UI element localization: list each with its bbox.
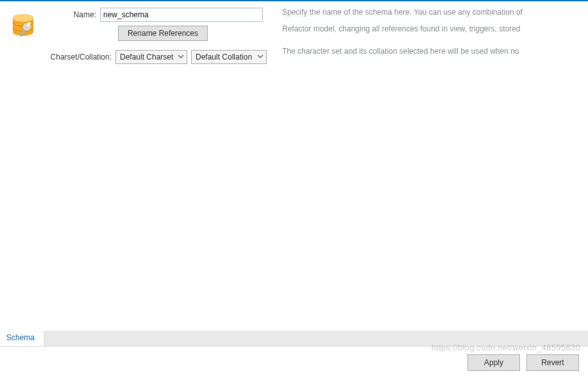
footer-bar: Apply Revert bbox=[0, 346, 588, 378]
chevron-down-icon bbox=[257, 53, 264, 62]
hint-charset: The character set and its collation sele… bbox=[282, 47, 574, 57]
hint-rename: Refactor model, changing all references … bbox=[282, 24, 574, 35]
charset-select-value: Default Charset bbox=[116, 51, 187, 62]
schema-editor-panel: Name: Rename References Charset/Collatio… bbox=[0, 1, 588, 314]
form-column: Name: Rename References Charset/Collatio… bbox=[45, 8, 273, 68]
name-row: Name: bbox=[45, 8, 273, 22]
name-label: Name: bbox=[45, 10, 100, 19]
schema-name-input[interactable] bbox=[100, 8, 263, 22]
rename-row: Rename References bbox=[45, 26, 273, 41]
rename-references-button[interactable]: Rename References bbox=[118, 26, 208, 41]
charset-select[interactable]: Default Charset bbox=[115, 50, 187, 64]
charset-collation-row: Charset/Collation: Default Charset Defau… bbox=[45, 50, 273, 64]
schema-icon bbox=[9, 10, 42, 44]
collation-select-value: Default Collation bbox=[192, 51, 266, 62]
tab-strip: Schema bbox=[0, 331, 588, 346]
svg-point-1 bbox=[13, 14, 33, 22]
chevron-down-icon bbox=[178, 53, 184, 62]
collation-select[interactable]: Default Collation bbox=[191, 50, 267, 64]
tab-schema[interactable]: Schema bbox=[0, 331, 44, 346]
hint-column: Specify the name of the schema here. You… bbox=[282, 8, 574, 70]
apply-button[interactable]: Apply bbox=[467, 354, 520, 371]
hint-name: Specify the name of the schema here. You… bbox=[282, 8, 574, 18]
charset-collation-label: Charset/Collation: bbox=[45, 53, 115, 62]
revert-button[interactable]: Revert bbox=[526, 354, 579, 371]
